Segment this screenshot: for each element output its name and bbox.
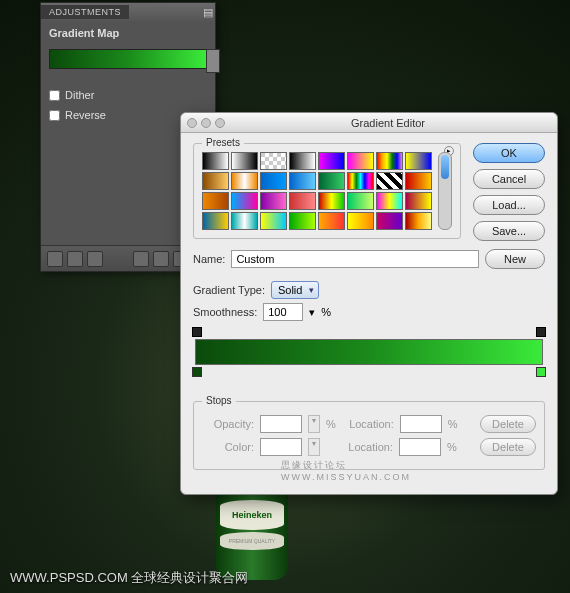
- presets-group: Presets ▸: [193, 143, 461, 239]
- delete-opacity-button[interactable]: Delete: [480, 415, 536, 433]
- reverse-label: Reverse: [65, 109, 106, 121]
- footer-icon[interactable]: [153, 251, 169, 267]
- preset-swatch[interactable]: [289, 212, 316, 230]
- preset-swatch[interactable]: [405, 192, 432, 210]
- footer-icon[interactable]: [47, 251, 63, 267]
- opacity-stop-right[interactable]: [536, 327, 546, 337]
- gradient-settings-group: Gradient Type: Solid 思缘设计论坛 WWW.MISSYUAN…: [193, 273, 545, 391]
- location-label: Location:: [342, 418, 394, 430]
- preset-swatch[interactable]: [318, 192, 345, 210]
- dither-checkbox[interactable]: [49, 90, 60, 101]
- smoothness-input[interactable]: [263, 303, 303, 321]
- color-stop-right[interactable]: [536, 367, 546, 377]
- preset-swatch[interactable]: [260, 192, 287, 210]
- preset-swatch[interactable]: [347, 152, 374, 170]
- dialog-titlebar[interactable]: Gradient Editor: [181, 113, 557, 133]
- color-dropdown-icon[interactable]: ▾: [308, 438, 320, 456]
- panel-menu-icon[interactable]: ▤: [201, 6, 215, 19]
- preset-swatch[interactable]: [318, 152, 345, 170]
- adjustment-title: Gradient Map: [49, 27, 207, 39]
- smoothness-label: Smoothness:: [193, 306, 257, 318]
- preset-swatch[interactable]: [289, 192, 316, 210]
- dither-label: Dither: [65, 89, 94, 101]
- zoom-icon[interactable]: [215, 118, 225, 128]
- color-stop-left[interactable]: [192, 367, 202, 377]
- preset-swatch[interactable]: [231, 212, 258, 230]
- preset-swatch[interactable]: [260, 172, 287, 190]
- gradient-type-select[interactable]: Solid: [271, 281, 319, 299]
- preset-swatch[interactable]: [376, 172, 403, 190]
- preset-swatch[interactable]: [347, 172, 374, 190]
- load-button[interactable]: Load...: [473, 195, 545, 215]
- reverse-checkbox[interactable]: [49, 110, 60, 121]
- preset-swatch[interactable]: [318, 212, 345, 230]
- smoothness-dropdown-icon[interactable]: ▾: [309, 306, 315, 319]
- color-input[interactable]: [260, 438, 302, 456]
- preset-swatch[interactable]: [231, 152, 258, 170]
- preset-swatch[interactable]: [318, 172, 345, 190]
- presets-grid: [202, 152, 432, 230]
- preset-swatch[interactable]: [289, 172, 316, 190]
- opacity-dropdown-icon[interactable]: ▾: [308, 415, 320, 433]
- stops-group: Stops Opacity: ▾ % Location: % Delete Co…: [193, 401, 545, 470]
- opacity-location-input[interactable]: [400, 415, 442, 433]
- save-button[interactable]: Save...: [473, 221, 545, 241]
- preset-swatch[interactable]: [202, 152, 229, 170]
- opacity-input[interactable]: [260, 415, 302, 433]
- gradient-bar[interactable]: [195, 339, 543, 365]
- gradient-editor-dialog: Gradient Editor OK Cancel Load... Save..…: [180, 112, 558, 495]
- footer-icon[interactable]: [67, 251, 83, 267]
- name-label: Name:: [193, 253, 225, 265]
- footer-icon[interactable]: [87, 251, 103, 267]
- ok-button[interactable]: OK: [473, 143, 545, 163]
- preset-swatch[interactable]: [405, 172, 432, 190]
- panel-tabbar: ADJUSTMENTS ▤: [41, 3, 215, 21]
- bottle-band: PREMIUM QUALITY: [220, 532, 284, 550]
- percent-label: %: [326, 418, 336, 430]
- preset-swatch[interactable]: [376, 212, 403, 230]
- minimize-icon[interactable]: [201, 118, 211, 128]
- stops-label: Stops: [202, 395, 236, 406]
- name-input[interactable]: [231, 250, 479, 268]
- preset-swatch[interactable]: [202, 212, 229, 230]
- gradient-type-label: Gradient Type:: [193, 284, 265, 296]
- preset-swatch[interactable]: [376, 152, 403, 170]
- adjustments-tab[interactable]: ADJUSTMENTS: [41, 5, 129, 19]
- preset-swatch[interactable]: [347, 212, 374, 230]
- percent-label: %: [447, 441, 457, 453]
- footer-icon[interactable]: [133, 251, 149, 267]
- preset-swatch[interactable]: [202, 192, 229, 210]
- preset-swatch[interactable]: [260, 152, 287, 170]
- dither-checkbox-row[interactable]: Dither: [49, 89, 207, 101]
- preset-swatch[interactable]: [202, 172, 229, 190]
- color-location-input[interactable]: [399, 438, 441, 456]
- preset-swatch[interactable]: [260, 212, 287, 230]
- opacity-stop-left[interactable]: [192, 327, 202, 337]
- gradient-preview[interactable]: [49, 49, 207, 69]
- presets-scrollbar[interactable]: [438, 152, 452, 230]
- close-icon[interactable]: [187, 118, 197, 128]
- preset-swatch[interactable]: [289, 152, 316, 170]
- opacity-label: Opacity:: [202, 418, 254, 430]
- page-watermark: WWW.PSPSD.COM 全球经典设计聚合网: [10, 569, 248, 587]
- preset-swatch[interactable]: [376, 192, 403, 210]
- bottle-label: Heineken: [220, 500, 284, 530]
- preset-swatch[interactable]: [405, 152, 432, 170]
- delete-color-button[interactable]: Delete: [480, 438, 536, 456]
- preset-swatch[interactable]: [231, 172, 258, 190]
- dialog-title: Gradient Editor: [225, 117, 551, 129]
- color-label: Color:: [202, 441, 254, 453]
- preset-swatch[interactable]: [347, 192, 374, 210]
- preset-swatch[interactable]: [405, 212, 432, 230]
- location-label: Location:: [341, 441, 393, 453]
- cancel-button[interactable]: Cancel: [473, 169, 545, 189]
- new-button[interactable]: New: [485, 249, 545, 269]
- percent-label: %: [321, 306, 331, 318]
- presets-label: Presets: [202, 137, 244, 148]
- preset-swatch[interactable]: [231, 192, 258, 210]
- percent-label: %: [448, 418, 458, 430]
